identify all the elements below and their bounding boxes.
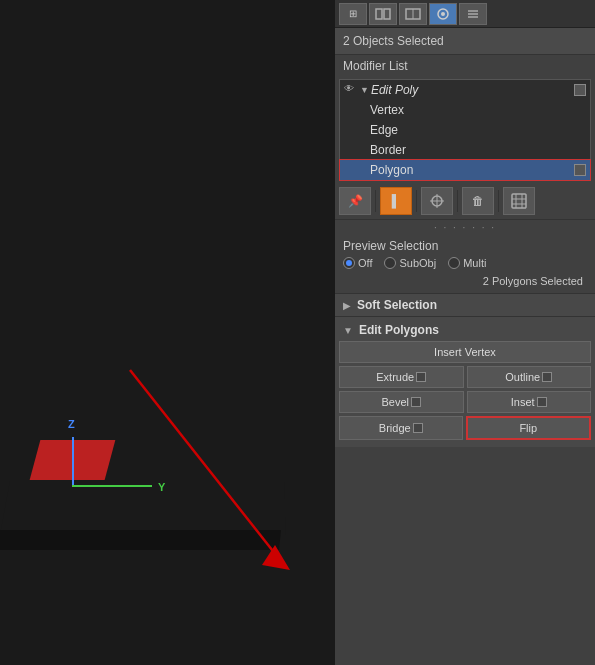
bridge-indicator[interactable]	[413, 423, 423, 433]
modifier-edge[interactable]: Edge	[340, 120, 590, 140]
extrude-outline-row: Extrude Outline	[339, 366, 591, 388]
radio-multi-label: Multi	[463, 257, 486, 269]
modifier-vertex[interactable]: Vertex	[340, 100, 590, 120]
edit-polygons-triangle: ▼	[343, 325, 353, 336]
bevel-inset-row: Bevel Inset	[339, 391, 591, 413]
toolbar-btn-grid[interactable]: ⊞	[339, 3, 367, 25]
border-label: Border	[370, 143, 586, 157]
svg-point-7	[441, 12, 445, 16]
toolbar-btn-sel2[interactable]	[399, 3, 427, 25]
polygons-selected-text: 2 Polygons Selected	[343, 273, 587, 289]
outline-button[interactable]: Outline	[467, 366, 592, 388]
soft-selection-row[interactable]: ▶ Soft Selection	[335, 293, 595, 316]
bridge-flip-row: Bridge Flip	[339, 416, 591, 440]
modifier-list-label: Modifier List	[335, 55, 595, 77]
outline-indicator[interactable]	[542, 372, 552, 382]
soft-selection-label: Soft Selection	[357, 298, 437, 312]
3d-object-dark2	[0, 530, 281, 550]
polygon-label: Polygon	[370, 163, 574, 177]
radio-subobj-label: SubObj	[399, 257, 436, 269]
radio-off-label: Off	[358, 257, 372, 269]
svg-rect-2	[376, 9, 382, 19]
tools-row: 📌 ▌ 🗑	[335, 183, 595, 220]
svg-rect-3	[384, 9, 390, 19]
preview-selection-title: Preview Selection	[343, 239, 587, 253]
modifier-polygon[interactable]: Polygon	[340, 160, 590, 180]
objects-selected-bar: 2 Objects Selected	[335, 28, 595, 55]
modifier-tree: 👁 ▼ Edit Poly Vertex Edge Border Polygon	[339, 79, 591, 181]
radio-multi[interactable]: Multi	[448, 257, 486, 269]
toolbar-btn-active[interactable]	[429, 3, 457, 25]
transform-tool[interactable]	[421, 187, 453, 215]
modifier-edit-poly[interactable]: 👁 ▼ Edit Poly	[340, 80, 590, 100]
edit-polygons-label: Edit Polygons	[359, 323, 439, 337]
polygon-checkbox[interactable]	[574, 164, 586, 176]
extrude-button[interactable]: Extrude	[339, 366, 464, 388]
radio-subobj-circle	[384, 257, 396, 269]
toolbar-btn-sel1[interactable]	[369, 3, 397, 25]
edit-polygons-section: ▼ Edit Polygons Insert Vertex Extrude Ou…	[335, 316, 595, 447]
z-axis-label: Z	[68, 418, 75, 430]
eye-icon: 👁	[344, 83, 358, 97]
radio-off[interactable]: Off	[343, 257, 372, 269]
dots-separator: · · · · · · ·	[335, 220, 595, 235]
pin-button[interactable]: 📌	[339, 187, 371, 215]
3d-object-dark	[0, 481, 285, 534]
y-axis-label: Y	[158, 481, 165, 493]
bevel-button[interactable]: Bevel	[339, 391, 464, 413]
radio-multi-circle	[448, 257, 460, 269]
objects-selected-text: 2 Objects Selected	[343, 34, 444, 48]
svg-rect-14	[512, 194, 526, 208]
edge-label: Edge	[370, 123, 586, 137]
extrude-indicator[interactable]	[416, 372, 426, 382]
y-axis-line	[72, 485, 152, 487]
modifier-border[interactable]: Border	[340, 140, 590, 160]
vertex-label: Vertex	[370, 103, 586, 117]
insert-vertex-button[interactable]: Insert Vertex	[339, 341, 591, 363]
toolbar-btn-settings[interactable]	[459, 3, 487, 25]
right-panel: ⊞ 2 Objects Selected Modifier List 👁 ▼ E…	[335, 0, 595, 665]
edit-poly-checkbox[interactable]	[574, 84, 586, 96]
radio-subobj[interactable]: SubObj	[384, 257, 436, 269]
top-toolbar: ⊞	[335, 0, 595, 28]
viewport-3d[interactable]: Z Y	[0, 0, 335, 665]
edit-poly-label: Edit Poly	[371, 83, 574, 97]
bevel-indicator[interactable]	[411, 397, 421, 407]
edit-polygons-header[interactable]: ▼ Edit Polygons	[339, 321, 591, 341]
expand-arrow-icon: ▼	[360, 85, 369, 95]
color-tool[interactable]: ▌	[380, 187, 412, 215]
inset-button[interactable]: Inset	[467, 391, 592, 413]
inset-indicator[interactable]	[537, 397, 547, 407]
z-axis-line	[72, 437, 74, 487]
preview-selection-section: Preview Selection Off SubObj Multi 2 Pol…	[335, 235, 595, 293]
radio-row: Off SubObj Multi	[343, 257, 587, 269]
flip-button[interactable]: Flip	[466, 416, 592, 440]
soft-selection-triangle: ▶	[343, 300, 351, 311]
bridge-button[interactable]: Bridge	[339, 416, 463, 440]
settings-tool[interactable]	[503, 187, 535, 215]
radio-off-circle	[343, 257, 355, 269]
delete-tool[interactable]: 🗑	[462, 187, 494, 215]
